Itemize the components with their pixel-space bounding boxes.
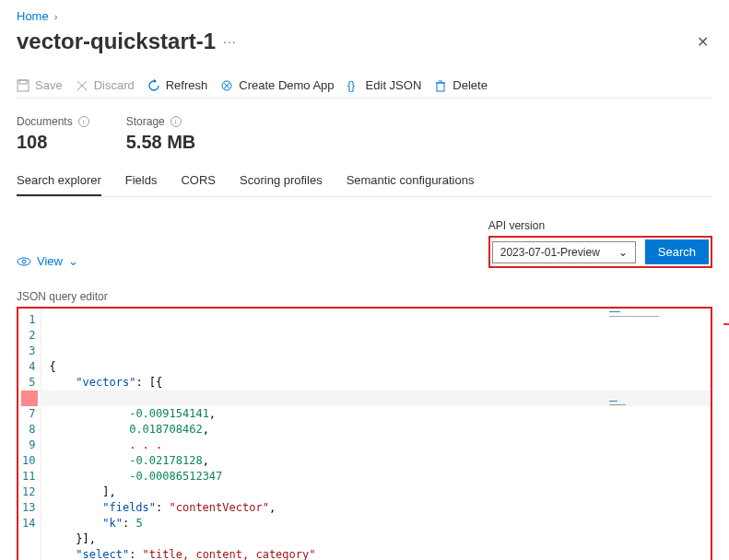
chevron-down-icon: ⌄ — [618, 246, 628, 259]
delete-button[interactable]: Delete — [434, 78, 488, 92]
edit-json-button[interactable]: {} Edit JSON — [347, 78, 422, 92]
svg-point-11 — [18, 258, 30, 265]
save-icon — [17, 79, 29, 92]
json-editor[interactable]: 1234567891011121314 { "vectors": [{ "val… — [17, 307, 712, 560]
save-button[interactable]: Save — [17, 78, 63, 92]
editor-label: JSON query editor — [17, 290, 712, 303]
svg-text:{}: {} — [347, 79, 355, 92]
storage-value: 5.58 MB — [126, 132, 196, 153]
braces-icon: {} — [347, 79, 360, 92]
stat-storage: Storagei 5.58 MB — [126, 115, 196, 153]
tab-scoring[interactable]: Scoring profiles — [240, 173, 323, 196]
highlight-box: 2023-07-01-Preview ⌄ Search — [488, 236, 712, 268]
chevron-right-icon: › — [54, 11, 58, 22]
eye-icon — [17, 256, 31, 267]
search-button[interactable]: Search — [645, 239, 709, 264]
chevron-down-icon: ⌄ — [68, 254, 78, 268]
toolbar: Save Discard Refresh Create Demo App {} … — [17, 78, 712, 99]
page-title: vector-quickstart-1 — [17, 29, 216, 54]
svg-point-12 — [22, 260, 26, 263]
code-area[interactable]: { "vectors": [{ "value": [ -0.009154141,… — [41, 309, 711, 560]
discard-button[interactable]: Discard — [76, 78, 135, 92]
create-demo-button[interactable]: Create Demo App — [220, 78, 334, 92]
tab-semantic[interactable]: Semantic configurations — [347, 173, 475, 196]
close-button[interactable]: ✕ — [693, 29, 712, 54]
trash-icon — [434, 79, 447, 92]
breadcrumb: Home › — [17, 9, 712, 23]
refresh-button[interactable]: Refresh — [147, 78, 208, 92]
svg-rect-1 — [19, 80, 27, 84]
more-icon[interactable]: ··· — [223, 34, 237, 49]
tabs: Search explorer Fields CORS Scoring prof… — [17, 173, 712, 197]
info-icon[interactable]: i — [170, 116, 182, 127]
tab-search-explorer[interactable]: Search explorer — [17, 173, 101, 196]
api-version-select[interactable]: 2023-07-01-Preview ⌄ — [492, 241, 636, 263]
api-version-label: API version — [488, 219, 712, 232]
tab-cors[interactable]: CORS — [181, 173, 216, 196]
info-icon[interactable]: i — [78, 116, 89, 127]
discard-icon — [76, 79, 88, 92]
stat-documents: Documentsi 108 — [17, 115, 89, 153]
documents-value: 108 — [17, 132, 89, 153]
error-marker — [21, 391, 38, 406]
svg-rect-8 — [437, 83, 444, 91]
line-gutter: 1234567891011121314 — [18, 309, 41, 560]
refresh-icon — [147, 79, 160, 92]
view-dropdown[interactable]: View ⌄ — [17, 254, 78, 268]
stats-row: Documentsi 108 Storagei 5.58 MB — [17, 115, 712, 153]
breadcrumb-home[interactable]: Home — [17, 9, 49, 23]
tab-fields[interactable]: Fields — [125, 173, 158, 196]
demo-icon — [220, 79, 233, 92]
